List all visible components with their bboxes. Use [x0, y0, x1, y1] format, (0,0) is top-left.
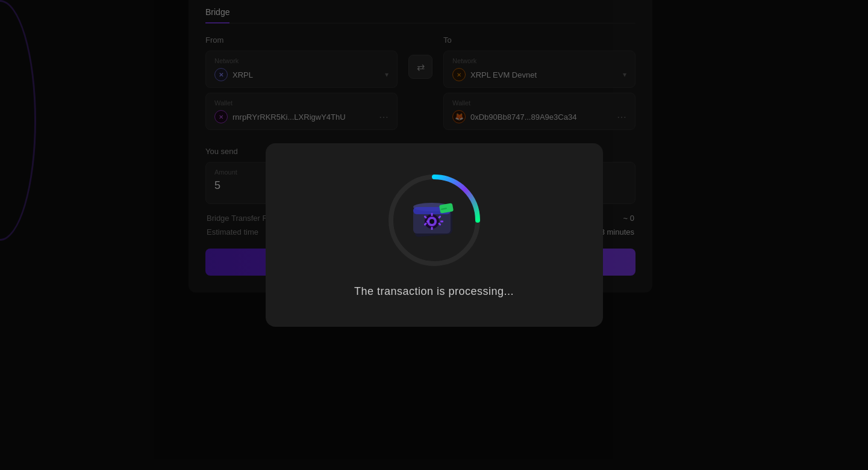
spinner-container: [386, 172, 482, 268]
modal-overlay: The transaction is processing...: [0, 0, 868, 470]
processing-text: The transaction is processing...: [354, 285, 514, 298]
processing-modal: The transaction is processing...: [266, 143, 603, 327]
spinner-ring-icon: [386, 172, 482, 268]
